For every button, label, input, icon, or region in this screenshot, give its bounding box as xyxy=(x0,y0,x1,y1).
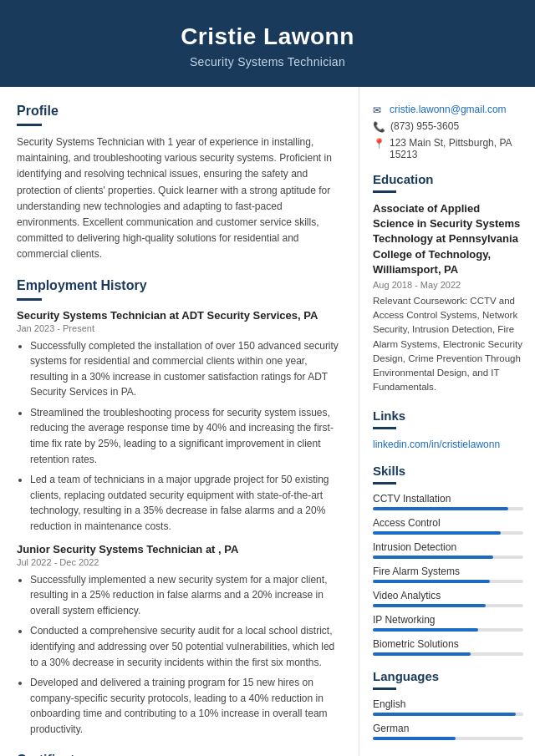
profile-text: Security Systems Technician with 1 year … xyxy=(17,134,344,263)
email-link[interactable]: cristie.lawonn@gmail.com xyxy=(390,104,507,115)
skill-label-2: Intrusion Detection xyxy=(373,541,523,553)
skill-bar-fill-1 xyxy=(373,531,501,535)
job-1-bullets: Successfully completed the installation … xyxy=(17,338,344,535)
skill-item-4: Video Analytics xyxy=(373,590,523,607)
language-item-1: German xyxy=(373,723,523,740)
education-title: Education xyxy=(373,172,523,186)
education-section: Education Associate of Applied Science i… xyxy=(373,172,523,395)
job-2-bullets: Successfully implemented a new security … xyxy=(17,572,344,738)
job-2-bullet-3: Developed and delivered a training progr… xyxy=(30,675,344,737)
job-1-date: Jan 2023 - Present xyxy=(17,323,344,333)
job-2-date: Jul 2022 - Dec 2022 xyxy=(17,557,344,567)
skill-bar-fill-0 xyxy=(373,507,508,510)
employment-title: Employment History xyxy=(17,278,344,293)
skill-item-1: Access Control xyxy=(373,517,523,535)
contact-section: ✉ cristie.lawonn@gmail.com 📞 (873) 955-3… xyxy=(373,104,523,160)
job-2-bullet-2: Conducted a comprehensive security audit… xyxy=(30,623,344,670)
job-2: Junior Security Systems Technician at , … xyxy=(17,543,344,738)
skills-section: Skills CCTV Installation Access Control … xyxy=(373,464,523,656)
lang-bar-bg-1 xyxy=(373,737,523,740)
skill-label-0: CCTV Installation xyxy=(373,493,523,505)
education-coursework: Relevant Coursework: CCTV and Access Con… xyxy=(373,294,523,395)
languages-divider xyxy=(373,688,396,690)
profile-title: Profile xyxy=(17,104,344,119)
lang-label-0: English xyxy=(373,698,523,710)
job-1-title: Security Systems Technician at ADT Secur… xyxy=(17,309,344,322)
candidate-name: Cristie Lawonn xyxy=(17,23,518,50)
header: Cristie Lawonn Security Systems Technici… xyxy=(0,0,535,87)
link-linkedin: linkedin.com/in/cristielawonn xyxy=(373,438,523,450)
email-icon: ✉ xyxy=(373,104,385,116)
skill-label-3: Fire Alarm Systems xyxy=(373,566,523,577)
linkedin-link[interactable]: linkedin.com/in/cristielawonn xyxy=(373,439,500,450)
certificates-title: Certificates xyxy=(17,753,344,756)
languages-section: Languages English German xyxy=(373,669,523,740)
language-item-0: English xyxy=(373,698,523,716)
skill-bar-fill-3 xyxy=(373,580,490,583)
links-section: Links linkedin.com/in/cristielawonn xyxy=(373,408,523,450)
skill-bar-bg-6 xyxy=(373,652,523,656)
phone-text: (873) 955-3605 xyxy=(390,120,459,132)
skill-item-3: Fire Alarm Systems xyxy=(373,566,523,583)
skill-bar-fill-6 xyxy=(373,652,471,656)
links-title: Links xyxy=(373,408,523,423)
job-1-bullet-3: Led a team of technicians in a major upg… xyxy=(30,472,344,534)
job-1: Security Systems Technician at ADT Secur… xyxy=(17,309,344,535)
skill-label-6: Biometric Solutions xyxy=(373,638,523,650)
skill-item-5: IP Networking xyxy=(373,614,523,632)
links-divider xyxy=(373,427,396,429)
skill-label-5: IP Networking xyxy=(373,614,523,626)
skill-bar-bg-2 xyxy=(373,556,523,559)
phone-icon: 📞 xyxy=(373,121,385,133)
languages-title: Languages xyxy=(373,669,523,683)
certificates-section: Certificates Certified Security Systems … xyxy=(17,753,344,756)
skills-divider xyxy=(373,482,396,485)
skill-bar-fill-4 xyxy=(373,604,486,607)
skill-label-1: Access Control xyxy=(373,517,523,529)
profile-divider xyxy=(17,124,42,126)
employment-divider xyxy=(17,298,42,301)
skill-item-2: Intrusion Detection xyxy=(373,541,523,559)
address-text: 123 Main St, Pittsburgh, PA 15213 xyxy=(390,137,523,160)
job-1-bullet-2: Streamlined the troubleshooting process … xyxy=(30,405,344,467)
location-icon: 📍 xyxy=(373,138,385,150)
skill-label-4: Video Analytics xyxy=(373,590,523,601)
skill-item-6: Biometric Solutions xyxy=(373,638,523,656)
contact-phone: 📞 (873) 955-3605 xyxy=(373,120,523,133)
skill-bar-bg-5 xyxy=(373,628,523,632)
skill-bar-bg-0 xyxy=(373,507,523,510)
skill-bar-fill-2 xyxy=(373,556,493,559)
education-date: Aug 2018 - May 2022 xyxy=(373,280,523,290)
job-2-bullet-1: Successfully implemented a new security … xyxy=(30,572,344,619)
education-divider xyxy=(373,190,396,193)
job-1-bullet-1: Successfully completed the installation … xyxy=(30,338,344,400)
education-degree: Associate of Applied Science in Security… xyxy=(373,201,523,277)
candidate-title: Security Systems Technician xyxy=(17,55,518,68)
skill-bar-fill-5 xyxy=(373,628,478,632)
contact-email: ✉ cristie.lawonn@gmail.com xyxy=(373,104,523,116)
profile-section: Profile Security Systems Technician with… xyxy=(17,104,344,263)
lang-bar-fill-1 xyxy=(373,737,456,740)
contact-address: 📍 123 Main St, Pittsburgh, PA 15213 xyxy=(373,137,523,160)
lang-label-1: German xyxy=(373,723,523,734)
skills-title: Skills xyxy=(373,464,523,478)
skill-item-0: CCTV Installation xyxy=(373,493,523,510)
skill-bar-bg-4 xyxy=(373,604,523,607)
employment-section: Employment History Security Systems Tech… xyxy=(17,278,344,738)
skill-bar-bg-3 xyxy=(373,580,523,583)
lang-bar-fill-0 xyxy=(373,713,516,716)
skill-bar-bg-1 xyxy=(373,531,523,535)
job-2-title: Junior Security Systems Technician at , … xyxy=(17,543,344,556)
lang-bar-bg-0 xyxy=(373,713,523,716)
